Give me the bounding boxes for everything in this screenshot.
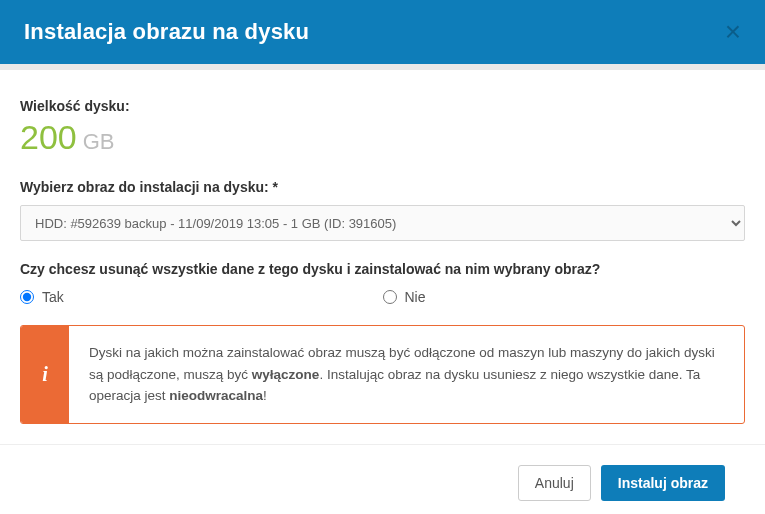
erase-question-group: Czy chcesz usunąć wszystkie dane z tego … (20, 261, 745, 305)
radio-yes-label: Tak (42, 289, 64, 305)
disk-size-label: Wielkość dysku: (20, 98, 745, 114)
modal-title: Instalacja obrazu na dysku (24, 19, 309, 45)
radio-no[interactable]: Nie (383, 289, 746, 305)
close-icon[interactable]: × (725, 18, 741, 46)
image-select-group: Wybierz obraz do instalacji na dysku: * … (20, 179, 745, 241)
modal-footer: Anuluj Instaluj obraz (20, 445, 745, 514)
modal-header: Instalacja obrazu na dysku × (0, 0, 765, 70)
install-button[interactable]: Instaluj obraz (601, 465, 725, 501)
erase-question-label: Czy chcesz usunąć wszystkie dane z tego … (20, 261, 745, 277)
disk-size-unit: GB (83, 129, 115, 154)
disk-size-number: 200 (20, 120, 77, 154)
radio-no-input[interactable] (383, 290, 397, 304)
radio-yes[interactable]: Tak (20, 289, 383, 305)
disk-size-value: 200 GB (20, 120, 745, 155)
warning-alert: i Dyski na jakich można zainstalować obr… (20, 325, 745, 424)
radio-yes-input[interactable] (20, 290, 34, 304)
warning-text: Dyski na jakich można zainstalować obraz… (69, 326, 744, 423)
modal-body: Wielkość dysku: 200 GB Wybierz obraz do … (0, 70, 765, 514)
cancel-button[interactable]: Anuluj (518, 465, 591, 501)
image-select-label: Wybierz obraz do instalacji na dysku: * (20, 179, 745, 195)
info-icon: i (21, 326, 69, 423)
radio-no-label: Nie (405, 289, 426, 305)
image-select[interactable]: HDD: #592639 backup - 11/09/2019 13:05 -… (20, 205, 745, 241)
